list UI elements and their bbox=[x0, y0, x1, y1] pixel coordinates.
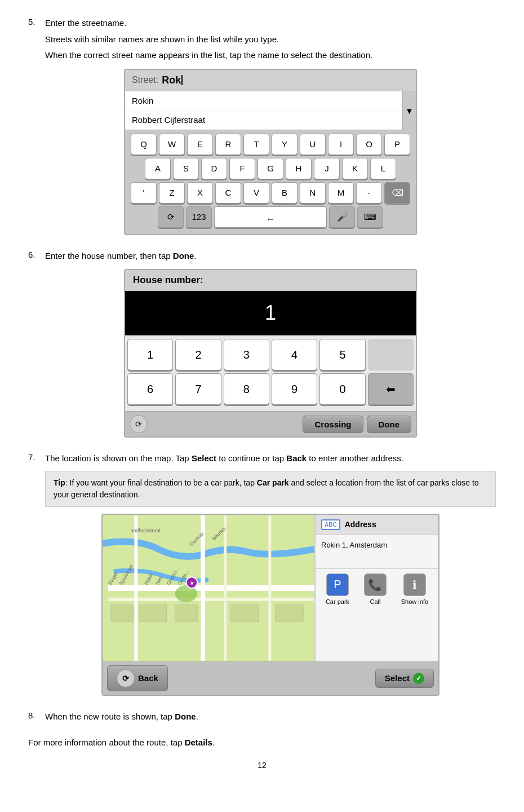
key-z[interactable]: Z bbox=[159, 182, 185, 204]
key-b[interactable]: B bbox=[272, 182, 297, 204]
step-6-text: Enter the house number, then tap Done. bbox=[45, 250, 496, 263]
call-icon: 📞 bbox=[364, 573, 387, 596]
map-area: Singel Spuistraat Rokin Nes Oudezi... Ou… bbox=[103, 515, 314, 661]
text-cursor bbox=[181, 75, 183, 85]
key-g[interactable]: G bbox=[257, 158, 283, 179]
show-info-label: Show info bbox=[401, 598, 428, 605]
for-more-period: . bbox=[212, 738, 215, 747]
for-more-text: For more information about the route, ta… bbox=[28, 736, 496, 749]
back-icon: ⟳ bbox=[117, 669, 135, 687]
address-value: Rokin 1, Amsterdam bbox=[316, 535, 438, 569]
key-2[interactable]: 2 bbox=[175, 339, 221, 370]
key-d[interactable]: D bbox=[201, 158, 227, 179]
step-8: 8. When the new route is shown, tap Done… bbox=[28, 710, 496, 727]
key-a[interactable]: A bbox=[145, 158, 171, 179]
step-8-content: When the new route is shown, tap Done. bbox=[45, 710, 496, 727]
street-list: Rokin Robbert Cijferstraat bbox=[125, 91, 416, 130]
key-s[interactable]: S bbox=[173, 158, 199, 179]
key-o[interactable]: O bbox=[356, 134, 382, 155]
tip-label: Tip bbox=[54, 478, 65, 487]
details-bold: Details bbox=[185, 738, 212, 747]
key-backspace-num[interactable]: ⬅ bbox=[368, 373, 414, 405]
show-info-button[interactable]: ℹ Show info bbox=[401, 573, 428, 605]
suggestion-robbert[interactable]: Robbert Cijferstraat bbox=[125, 111, 416, 130]
key-4[interactable]: 4 bbox=[272, 339, 317, 370]
key-n[interactable]: N bbox=[300, 182, 326, 204]
key-f[interactable]: F bbox=[229, 158, 255, 179]
key-6[interactable]: 6 bbox=[127, 373, 173, 405]
key-backspace[interactable]: ⌫ bbox=[384, 182, 410, 204]
house-done-button[interactable]: Done bbox=[367, 416, 412, 433]
step-7-text: The location is shown on the map. Tap Se… bbox=[45, 452, 496, 465]
key-3[interactable]: 3 bbox=[224, 339, 269, 370]
key-123[interactable]: 123 bbox=[186, 206, 212, 228]
key-dash[interactable]: - bbox=[356, 182, 382, 204]
key-space[interactable]: ⎵ bbox=[214, 206, 327, 228]
key-k[interactable]: K bbox=[342, 158, 368, 179]
key-u[interactable]: U bbox=[300, 134, 326, 155]
step-8-number: 8. bbox=[28, 710, 45, 720]
scroll-arrow[interactable]: ▼ bbox=[402, 91, 416, 130]
key-v[interactable]: V bbox=[243, 182, 269, 204]
key-mic[interactable]: 🎤 bbox=[329, 206, 355, 228]
key-1[interactable]: 1 bbox=[127, 339, 173, 370]
key-l[interactable]: L bbox=[370, 158, 396, 179]
house-back-icon[interactable]: ⟳ bbox=[130, 415, 148, 433]
key-apostrophe[interactable]: ' bbox=[131, 182, 157, 204]
street-device-screen: Street: Rok Rokin Robbert Cijferstraat ▼… bbox=[124, 69, 417, 235]
key-h[interactable]: H bbox=[286, 158, 312, 179]
info-icon: ℹ bbox=[403, 573, 426, 596]
step-6-number: 6. bbox=[28, 250, 45, 259]
map-svg: Singel Spuistraat Rokin Nes Oudezi... Ou… bbox=[103, 515, 314, 661]
step-6-after: . bbox=[194, 251, 196, 261]
key-0[interactable]: 0 bbox=[319, 373, 365, 405]
key-8[interactable]: 8 bbox=[224, 373, 269, 405]
step-7-content: The location is shown on the map. Tap Se… bbox=[45, 452, 496, 700]
numpad-row-2: 6 7 8 9 0 ⬅ bbox=[127, 373, 414, 405]
step-5-number: 5. bbox=[28, 17, 45, 27]
key-r[interactable]: R bbox=[215, 134, 241, 155]
key-9[interactable]: 9 bbox=[272, 373, 317, 405]
back-button[interactable]: ⟳ Back bbox=[107, 665, 168, 691]
key-j[interactable]: J bbox=[314, 158, 340, 179]
step-7-bold2: Back bbox=[286, 453, 307, 463]
suggestion-rokin[interactable]: Rokin bbox=[125, 91, 416, 111]
key-y[interactable]: Y bbox=[272, 134, 297, 155]
key-w[interactable]: W bbox=[159, 134, 185, 155]
house-display: 1 bbox=[125, 291, 416, 336]
key-p[interactable]: P bbox=[384, 134, 410, 155]
address-title: Address bbox=[345, 520, 376, 529]
car-park-label: Car park bbox=[326, 598, 349, 605]
crossing-button[interactable]: Crossing bbox=[303, 416, 363, 433]
key-x[interactable]: X bbox=[187, 182, 213, 204]
for-more-before: For more information about the route, ta… bbox=[28, 738, 185, 747]
key-i[interactable]: I bbox=[328, 134, 354, 155]
step-8-after: . bbox=[196, 712, 198, 721]
keyboard-area: Q W E R T Y U I O P A S D bbox=[125, 130, 416, 234]
street-suggestions: Rokin Robbert Cijferstraat ▼ bbox=[125, 91, 416, 130]
key-t[interactable]: T bbox=[243, 134, 269, 155]
key-return[interactable]: ⟳ bbox=[158, 206, 184, 228]
back-label: Back bbox=[138, 673, 158, 683]
street-screen-container: Street: Rok Rokin Robbert Cijferstraat ▼… bbox=[45, 69, 496, 235]
select-button[interactable]: Select ✓ bbox=[375, 669, 434, 688]
step-5-line2: Streets with similar names are shown in … bbox=[45, 33, 496, 46]
map-device-screen: Singel Spuistraat Rokin Nes Oudezi... Ou… bbox=[101, 514, 439, 696]
key-5[interactable]: 5 bbox=[319, 339, 365, 370]
step-5: 5. Enter the streetname. Streets with si… bbox=[28, 17, 496, 240]
key-7[interactable]: 7 bbox=[175, 373, 221, 405]
call-button[interactable]: 📞 Call bbox=[364, 573, 387, 605]
car-park-button[interactable]: P Car park bbox=[326, 573, 349, 605]
svg-rect-11 bbox=[139, 604, 166, 621]
keyboard-row-3: ' Z X C V B N M - ⌫ bbox=[127, 182, 414, 204]
svg-rect-13 bbox=[231, 604, 259, 621]
step-6-before: Enter the house number, then tap bbox=[45, 251, 173, 261]
street-header: Street: Rok bbox=[125, 70, 416, 91]
step-5-line3: When the correct street name appears in … bbox=[45, 49, 496, 62]
key-m[interactable]: M bbox=[328, 182, 354, 204]
key-c[interactable]: C bbox=[215, 182, 241, 204]
house-bottom-bar: ⟳ Crossing Done bbox=[125, 411, 416, 436]
key-q[interactable]: Q bbox=[131, 134, 157, 155]
key-e[interactable]: E bbox=[187, 134, 213, 155]
key-keyboard[interactable]: ⌨ bbox=[357, 206, 383, 228]
